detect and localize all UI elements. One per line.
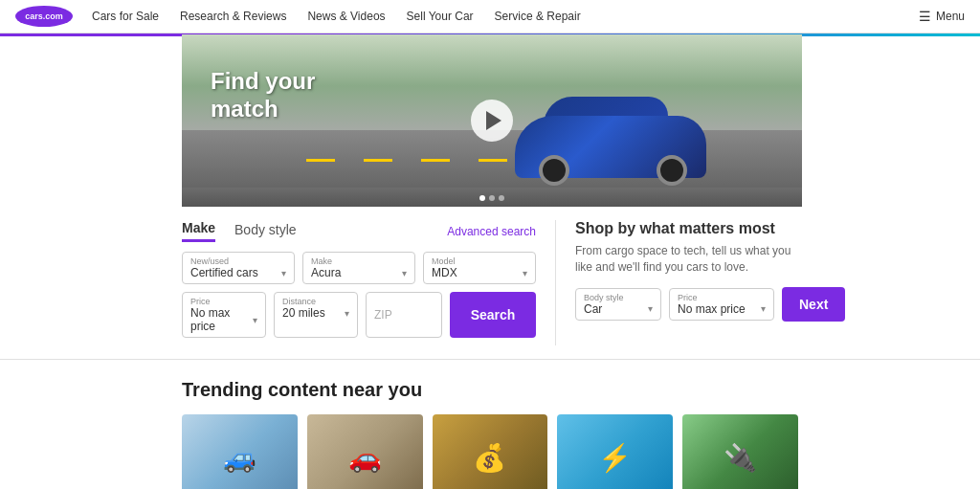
hero-headline-line1: Find your bbox=[211, 68, 315, 96]
model-label: Model bbox=[432, 256, 527, 266]
ev-icon: ⚡ bbox=[598, 442, 632, 474]
truck-icon: 🚙 bbox=[223, 442, 256, 474]
price-select[interactable]: Price No max price ▾ bbox=[182, 292, 266, 338]
shop-by-title: Shop by what matters most bbox=[575, 220, 798, 237]
money-icon: 💰 bbox=[473, 442, 506, 474]
new-used-label: New/used bbox=[190, 256, 286, 266]
nav-research-reviews[interactable]: Research & Reviews bbox=[180, 10, 286, 23]
shop-price-arrow-icon: ▾ bbox=[761, 303, 766, 314]
logo[interactable]: cars.com bbox=[15, 6, 73, 27]
next-button[interactable]: Next bbox=[782, 287, 845, 322]
search-row-1: New/used Certified cars ▾ Make Acura ▾ M… bbox=[182, 252, 536, 284]
navbar: cars.com Cars for Sale Research & Review… bbox=[0, 0, 980, 34]
hero-car bbox=[515, 82, 706, 178]
tab-make[interactable]: Make bbox=[182, 220, 215, 242]
shop-price-label: Price bbox=[678, 293, 766, 302]
trending-card-3[interactable]: ⚡ NEWS Your Guide to EV Batteries: Prema… bbox=[557, 414, 673, 489]
new-used-arrow-icon: ▾ bbox=[281, 268, 286, 278]
body-style-select[interactable]: Body style Car ▾ bbox=[575, 288, 661, 321]
zip-input[interactable]: ZIP bbox=[366, 292, 442, 338]
charging-icon: 🔌 bbox=[724, 442, 757, 474]
price-arrow-icon: ▾ bbox=[253, 315, 257, 325]
card-image-1: 🚗 bbox=[307, 414, 423, 489]
trending-card-0[interactable]: 🚙 NEWS 2022 Awards landing page bbox=[182, 414, 298, 489]
search-tabs: Make Body style Advanced search bbox=[182, 220, 536, 242]
search-left: Make Body style Advanced search New/used… bbox=[182, 220, 536, 345]
shop-price-select[interactable]: Price No max price ▾ bbox=[669, 288, 774, 321]
advanced-search-link[interactable]: Advanced search bbox=[447, 225, 536, 238]
hero-headline: Find your match bbox=[211, 68, 315, 123]
new-used-select[interactable]: New/used Certified cars ▾ bbox=[182, 252, 295, 284]
trending-card-1[interactable]: 🚗 NEWS Best Value Car of 2022 bbox=[307, 414, 423, 489]
dot-3[interactable] bbox=[499, 195, 504, 201]
distance-select[interactable]: Distance 20 miles ▾ bbox=[274, 292, 358, 338]
model-value: MDX ▾ bbox=[432, 266, 527, 279]
shop-by-description: From cargo space to tech, tell us what y… bbox=[575, 243, 798, 276]
nav-menu-button[interactable]: ☰ Menu bbox=[919, 9, 965, 24]
nav-service-repair[interactable]: Service & Repair bbox=[495, 10, 581, 23]
shop-price-value: No max price ▾ bbox=[678, 302, 766, 316]
suv-icon: 🚗 bbox=[348, 442, 382, 474]
shop-by-section: Shop by what matters most From cargo spa… bbox=[555, 220, 798, 345]
make-arrow-icon: ▾ bbox=[402, 268, 407, 278]
trending-title: Trending content near you bbox=[182, 379, 798, 401]
trending-card-4[interactable]: 🔌 NEWS What to Know Before Purchasing an… bbox=[682, 414, 798, 489]
play-icon bbox=[486, 111, 501, 130]
hamburger-icon: ☰ bbox=[919, 9, 931, 24]
trending-grid: 🚙 NEWS 2022 Awards landing page 🚗 NEWS B… bbox=[182, 414, 798, 489]
trending-card-2[interactable]: 💰 NEWS Here Are the 10 Cheapest New SUVs… bbox=[433, 414, 548, 489]
dot-1[interactable] bbox=[479, 195, 485, 201]
distance-arrow-icon: ▾ bbox=[345, 308, 349, 319]
hero-banner: Find your match bbox=[182, 34, 802, 207]
body-style-value: Car ▾ bbox=[584, 302, 653, 316]
menu-label: Menu bbox=[936, 10, 965, 23]
model-arrow-icon: ▾ bbox=[523, 268, 527, 278]
card-image-0: 🚙 bbox=[182, 414, 298, 489]
nav-news-videos[interactable]: News & Videos bbox=[307, 10, 385, 23]
dot-2[interactable] bbox=[489, 195, 495, 201]
logo-text: cars.com bbox=[25, 11, 63, 21]
body-style-arrow-icon: ▾ bbox=[648, 303, 653, 314]
card-image-3: ⚡ bbox=[557, 414, 673, 489]
shop-by-row: Body style Car ▾ Price No max price ▾ Ne… bbox=[575, 287, 798, 322]
make-label: Make bbox=[311, 256, 407, 266]
card-image-4: 🔌 bbox=[682, 414, 798, 489]
make-value: Acura ▾ bbox=[311, 266, 407, 279]
price-value: No max price ▾ bbox=[190, 306, 257, 333]
nav-sell-your-car[interactable]: Sell Your Car bbox=[407, 10, 474, 23]
card-image-2: 💰 bbox=[433, 414, 548, 489]
hero-dots bbox=[479, 195, 504, 201]
distance-label: Distance bbox=[282, 297, 349, 306]
search-button[interactable]: Search bbox=[450, 292, 536, 338]
tab-body-style[interactable]: Body style bbox=[234, 222, 297, 241]
distance-value: 20 miles ▾ bbox=[282, 306, 349, 320]
trending-section: Trending content near you 🚙 NEWS 2022 Aw… bbox=[0, 360, 980, 489]
play-button[interactable] bbox=[471, 100, 513, 142]
model-select[interactable]: Model MDX ▾ bbox=[423, 252, 536, 284]
search-row-2: Price No max price ▾ Distance 20 miles ▾… bbox=[182, 292, 536, 338]
new-used-value: Certified cars ▾ bbox=[190, 266, 286, 279]
zip-placeholder: ZIP bbox=[374, 308, 392, 322]
nav-links: Cars for Sale Research & Reviews News & … bbox=[92, 10, 900, 23]
nav-cars-for-sale[interactable]: Cars for Sale bbox=[92, 10, 159, 23]
hero-headline-line2: match bbox=[211, 96, 315, 123]
make-select[interactable]: Make Acura ▾ bbox=[302, 252, 415, 284]
body-style-label: Body style bbox=[584, 293, 653, 302]
price-label: Price bbox=[190, 297, 257, 306]
search-section: Make Body style Advanced search New/used… bbox=[0, 207, 980, 360]
